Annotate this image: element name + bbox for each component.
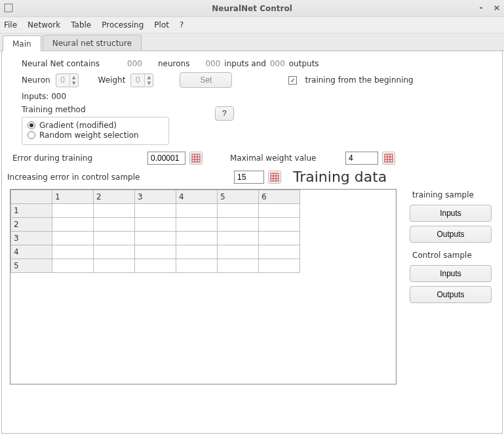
nn-prefix: Neural Net contains — [22, 59, 100, 68]
tab-structure[interactable]: Neural net structure — [43, 35, 142, 51]
set-button[interactable]: Set — [180, 72, 232, 88]
max-weight-label: Maximal weight value — [230, 154, 341, 163]
svg-rect-6 — [385, 154, 393, 162]
training-outputs-button[interactable]: Outputs — [410, 226, 492, 243]
training-method-group: Gradient (modified) Random weight select… — [22, 117, 169, 145]
nn-neurons-label: neurons — [158, 59, 189, 68]
table-col[interactable]: 4 — [176, 190, 218, 204]
svg-rect-11 — [271, 173, 279, 181]
table-rowhdr[interactable]: 3 — [11, 232, 52, 245]
table-corner — [11, 190, 52, 204]
data-table[interactable]: 1 2 3 4 5 6 1 2 3 4 5 — [10, 190, 300, 273]
nn-summary: Neural Net contains 000 neurons 000 inpu… — [22, 59, 494, 68]
nn-outputs-label: outputs — [289, 59, 319, 68]
window-title: NeuralNet Control — [212, 4, 292, 13]
minimize-button[interactable]: - — [476, 3, 486, 12]
menu-file[interactable]: File — [4, 20, 17, 30]
weight-label: Weight — [98, 75, 126, 85]
titlebar: NeuralNet Control - × — [0, 0, 504, 17]
chevron-down-icon[interactable]: ▼ — [145, 80, 153, 86]
neuron-value[interactable] — [56, 75, 69, 85]
data-table-wrap: 1 2 3 4 5 6 1 2 3 4 5 — [10, 189, 397, 384]
training-method-help-button[interactable]: ? — [215, 106, 234, 121]
training-beginning-label: training from the beginning — [305, 75, 413, 85]
app-window: NeuralNet Control - × File Network Table… — [0, 0, 504, 435]
nn-inputs-count: 000 — [205, 59, 220, 68]
training-method-label: Training method — [22, 105, 169, 114]
error-training-label: Error during training — [12, 154, 144, 163]
close-button[interactable]: × — [492, 3, 501, 12]
table-col[interactable]: 6 — [259, 190, 300, 204]
app-icon — [4, 3, 13, 12]
table-row: 5 — [11, 259, 300, 273]
table-rowhdr[interactable]: 2 — [11, 218, 52, 232]
menu-table[interactable]: Table — [71, 20, 91, 30]
opt-gradient-label: Gradient (modified) — [39, 121, 117, 130]
nn-inputs-label: inputs and — [224, 59, 266, 68]
table-row: 2 — [11, 218, 300, 232]
table-rowhdr[interactable]: 1 — [11, 204, 52, 218]
grid-icon[interactable] — [268, 171, 281, 184]
inc-error-label: Increasing error in control sample — [7, 173, 230, 182]
chevron-up-icon[interactable]: ▲ — [145, 74, 153, 80]
tabbar: Main Neural net structure — [0, 33, 504, 51]
training-data-heading: Training data — [293, 169, 387, 185]
side-panel: training sample Inputs Outputs Control s… — [410, 189, 492, 303]
neuron-label: Neuron — [22, 75, 50, 85]
table-rowhdr[interactable]: 4 — [11, 245, 52, 259]
table-rowhdr[interactable]: 5 — [11, 259, 52, 273]
error-training-input[interactable] — [147, 152, 185, 165]
table-row: 3 — [11, 232, 300, 245]
training-beginning-checkbox[interactable]: ✓ — [288, 76, 297, 85]
chevron-down-icon[interactable]: ▼ — [70, 80, 78, 86]
inc-error-input[interactable] — [234, 171, 264, 184]
tab-main[interactable]: Main — [3, 35, 41, 51]
grid-icon[interactable] — [382, 152, 395, 165]
menu-network[interactable]: Network — [28, 20, 60, 30]
radio-gradient[interactable] — [28, 121, 35, 129]
table-col[interactable]: 3 — [135, 190, 176, 204]
table-col[interactable]: 2 — [94, 190, 135, 204]
control-sample-label: Control sample — [412, 251, 492, 260]
grid-icon[interactable] — [189, 152, 203, 165]
neuron-stepper[interactable]: ▲▼ — [56, 73, 79, 87]
nn-outputs-count: 000 — [270, 59, 285, 68]
inputs-line: Inputs: 000 — [22, 92, 66, 101]
opt-random-label: Random weight selection — [39, 131, 139, 140]
menu-help[interactable]: ? — [180, 20, 184, 30]
chevron-up-icon[interactable]: ▲ — [70, 74, 78, 80]
menu-plot[interactable]: Plot — [154, 20, 169, 30]
weight-value[interactable] — [131, 75, 144, 85]
max-weight-input[interactable] — [345, 152, 378, 165]
training-inputs-button[interactable]: Inputs — [410, 205, 492, 222]
weight-stepper[interactable]: ▲▼ — [130, 73, 153, 87]
table-row: 1 — [11, 204, 300, 218]
svg-rect-1 — [192, 154, 200, 162]
menubar: File Network Table Processing Plot ? — [0, 17, 504, 33]
radio-random[interactable] — [28, 131, 35, 139]
svg-rect-0 — [5, 4, 12, 12]
table-col[interactable]: 5 — [218, 190, 259, 204]
tab-content-main: Neural Net contains 000 neurons 000 inpu… — [1, 51, 503, 434]
table-col[interactable]: 1 — [52, 190, 94, 204]
menu-processing[interactable]: Processing — [102, 20, 144, 30]
training-sample-label: training sample — [412, 190, 492, 199]
control-inputs-button[interactable]: Inputs — [410, 265, 492, 282]
nn-neurons-count: 000 — [127, 59, 142, 68]
control-outputs-button[interactable]: Outputs — [410, 286, 492, 303]
table-row: 4 — [11, 245, 300, 259]
